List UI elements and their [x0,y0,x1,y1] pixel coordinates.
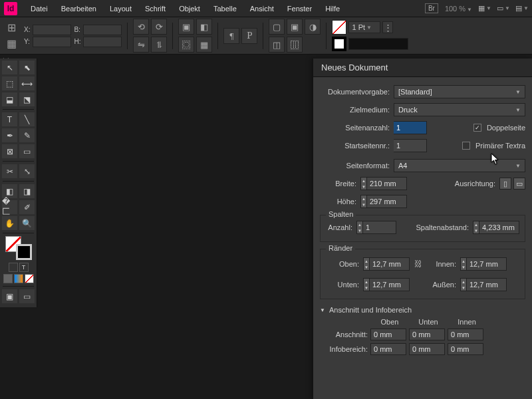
gutter-input[interactable]: 4,233 mm [479,221,519,234]
reference-point2-icon[interactable]: ▦ [4,37,19,51]
character-style-icon[interactable]: P [241,28,257,44]
zoom-level[interactable]: 100 %▼ [445,5,472,13]
link-margins-icon[interactable]: ⛓ [414,255,423,273]
width-input[interactable]: 210 mm [367,177,407,190]
margin-bottom-input[interactable]: 12,7 mm [370,278,410,291]
zoom-tool-icon[interactable]: 🔍 [19,216,35,230]
bleed-disclosure[interactable]: ▼ Anschnitt und Infobereich [320,306,525,314]
apply-container-icon[interactable] [9,263,18,272]
flip-v-icon[interactable]: ⥮ [151,37,167,53]
note-tool-icon[interactable]: �匚 [2,200,17,214]
text-wrap-jump-icon[interactable]: ◫ [269,37,285,53]
pencil-tool-icon[interactable]: ✎ [19,128,35,142]
direct-selection-tool-icon[interactable]: ⬉ [19,61,35,74]
col-count-input[interactable]: 1 [363,221,396,234]
apply-none-icon[interactable] [25,274,34,283]
free-transform-icon[interactable]: ⤡ [19,164,35,178]
landscape-button[interactable]: ▭ [513,178,525,190]
intent-select[interactable]: Druck▼ [394,103,525,116]
menu-hilfe[interactable]: Hilfe [319,0,346,17]
menu-bearbeiten[interactable]: Bearbeiten [55,0,103,17]
menu-schrift[interactable]: Schrift [138,0,172,17]
portrait-button[interactable]: ▯ [499,178,511,190]
facing-pages-checkbox[interactable] [473,124,481,132]
margin-top-spinner[interactable]: ▲▼ [363,257,370,271]
pages-input[interactable]: 1 [394,121,427,134]
w-input[interactable] [83,25,122,35]
bleed-top-input[interactable]: 0 mm [370,329,406,340]
text-wrap-shape-icon[interactable]: ◑ [305,19,321,35]
page-tool-icon[interactable]: ⬚ [2,76,17,90]
content-collector-icon[interactable]: ⬓ [2,92,17,106]
content-placer-icon[interactable]: ⬔ [19,92,35,106]
gap-tool-icon[interactable]: ⟷ [19,76,35,90]
slug-inside-input[interactable]: 0 mm [448,343,483,355]
stroke-weight-more-icon[interactable]: ⋮ [382,21,393,33]
apply-text-icon[interactable]: T [19,263,29,272]
select-container-icon[interactable]: ▣ [178,19,194,35]
width-spinner[interactable]: ▲▼ [360,177,367,190]
flip-h-icon[interactable]: ⇋ [133,37,149,53]
rectangle-tool-icon[interactable]: ▭ [19,144,35,158]
eyedropper-tool-icon[interactable]: ✐ [19,200,35,214]
bleed-inside-input[interactable]: 0 mm [448,329,483,340]
margin-outside-input[interactable]: 12,7 mm [467,278,507,291]
fill-stroke-swatch[interactable] [5,236,32,260]
line-tool-icon[interactable]: ╲ [19,112,35,126]
stroke-weight-input[interactable]: 1 Pt▼ [348,21,380,33]
reference-point-icon[interactable]: ⊞ [4,21,19,35]
margin-outside-spinner[interactable]: ▲▼ [460,278,467,291]
menu-datei[interactable]: Datei [24,0,55,17]
menu-fenster[interactable]: Fenster [281,0,319,17]
normal-view-icon[interactable]: ▣ [2,289,17,303]
rectangle-frame-icon[interactable]: ⊠ [2,144,17,158]
menu-tabelle[interactable]: Tabelle [207,0,243,17]
type-tool-icon[interactable]: T [2,112,17,126]
col-count-spinner[interactable]: ▲▼ [356,221,363,234]
arrange-icon[interactable]: ▤▼ [516,3,528,14]
margin-bottom-spinner[interactable]: ▲▼ [363,278,370,291]
text-wrap-column-icon[interactable]: ⿲ [287,37,303,53]
gutter-spinner[interactable]: ▲▼ [473,221,479,234]
fill-swatch-icon[interactable] [332,20,346,35]
rotate-cw-icon[interactable]: ⟳ [151,19,167,35]
gradient-swatch-icon[interactable]: ◧ [2,184,17,198]
scissors-tool-icon[interactable]: ✂ [2,164,17,178]
margin-inside-input[interactable]: 12,7 mm [467,257,507,271]
hand-tool-icon[interactable]: ✋ [2,216,17,230]
apply-color-icon[interactable] [3,274,13,283]
stroke-style-select[interactable] [348,38,408,50]
pen-tool-icon[interactable]: ✒ [2,128,17,142]
stroke-swatch[interactable] [16,244,32,260]
menu-ansicht[interactable]: Ansicht [243,0,281,17]
slug-top-input[interactable]: 0 mm [370,343,406,355]
select-content-icon[interactable]: ◧ [196,19,212,35]
h-input[interactable] [83,37,122,47]
fill-frame-icon[interactable]: ▦ [196,37,212,53]
text-wrap-none-icon[interactable]: ▢ [269,19,285,35]
margin-inside-spinner[interactable]: ▲▼ [460,257,467,271]
y-input[interactable] [33,37,71,47]
paragraph-style-icon[interactable]: ¶ [223,28,239,44]
apply-gradient-icon[interactable] [14,274,23,283]
startpage-input[interactable]: 1 [394,139,427,152]
bridge-icon[interactable]: Br [425,3,438,13]
x-input[interactable] [33,25,71,35]
margin-top-input[interactable]: 12,7 mm [370,257,410,271]
preview-view-icon[interactable]: ▭ [19,289,35,303]
fit-content-icon[interactable]: ⿴ [178,37,194,53]
height-spinner[interactable]: ▲▼ [360,195,367,208]
preset-select[interactable]: [Standard]▼ [394,85,525,98]
slug-bottom-input[interactable]: 0 mm [409,343,445,355]
rotate-ccw-icon[interactable]: ⟲ [133,19,149,35]
primary-text-checkbox[interactable] [462,142,470,150]
pagesize-select[interactable]: A4▼ [394,159,525,172]
view-options-icon[interactable]: ▦▼ [479,3,491,14]
bleed-bottom-input[interactable]: 0 mm [409,329,445,340]
selection-tool-icon[interactable]: ↖ [2,61,17,74]
gradient-feather-icon[interactable]: ◨ [19,184,35,198]
text-wrap-bbox-icon[interactable]: ▣ [287,19,303,35]
menu-layout[interactable]: Layout [103,0,138,17]
menu-objekt[interactable]: Objekt [172,0,207,17]
height-input[interactable]: 297 mm [367,195,407,208]
